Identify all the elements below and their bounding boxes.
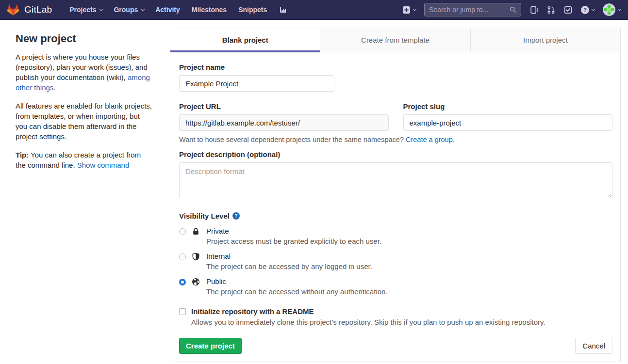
new-project-sidebar: New project A project is where you house… xyxy=(0,20,170,178)
initialize-readme-label: Initialize repository with a README xyxy=(191,307,545,316)
globe-icon xyxy=(192,278,200,286)
create-project-button[interactable]: Create project xyxy=(179,338,242,354)
user-menu-button[interactable] xyxy=(603,3,620,16)
tab-import-project[interactable]: Import project xyxy=(470,28,620,52)
lock-icon xyxy=(192,227,200,236)
project-url-label: Project URL xyxy=(179,102,389,111)
nav-projects[interactable]: Projects xyxy=(65,3,107,16)
search-icon xyxy=(510,6,516,13)
intro-paragraph: A project is where you house your files … xyxy=(16,52,152,93)
search-input[interactable] xyxy=(429,6,507,14)
public-description: The project can be accessed without any … xyxy=(206,287,388,296)
project-name-input[interactable] xyxy=(179,75,334,92)
chevron-down-icon xyxy=(591,7,595,11)
cancel-button[interactable]: Cancel xyxy=(575,338,612,354)
new-project-panel: Blank project Create from template Impor… xyxy=(170,28,621,362)
visibility-option-private: Private Project access must be granted e… xyxy=(179,227,612,245)
nav-milestones[interactable]: Milestones xyxy=(187,3,231,16)
tip-label: Tip: xyxy=(16,151,29,159)
chevron-down-icon xyxy=(99,7,103,11)
help-icon: ? xyxy=(581,6,589,14)
visibility-option-public: Public The project can be accessed witho… xyxy=(179,277,612,296)
tab-create-from-template[interactable]: Create from template xyxy=(320,28,470,52)
plus-icon xyxy=(402,6,411,14)
visibility-option-internal: Internal The project can be accessed by … xyxy=(179,252,612,270)
internal-radio[interactable] xyxy=(179,253,186,260)
tab-blank-project[interactable]: Blank project xyxy=(170,28,320,52)
todos-icon[interactable] xyxy=(564,6,572,14)
chevron-down-icon xyxy=(413,7,416,11)
project-type-tabs: Blank project Create from template Impor… xyxy=(170,28,620,52)
page-title: New project xyxy=(16,32,152,45)
project-slug-label: Project slug xyxy=(403,102,613,111)
issues-icon[interactable] xyxy=(530,6,538,14)
merge-requests-icon[interactable] xyxy=(547,6,555,14)
private-radio[interactable] xyxy=(179,228,186,235)
project-url-namespace-select[interactable]: https://gitlab.example.com/testuser/ xyxy=(179,114,389,131)
blank-project-form: Project name Project URL https://gitlab.… xyxy=(170,52,620,362)
brand-wordmark: GitLab xyxy=(24,4,52,15)
instance-statistics-chart-icon[interactable] xyxy=(274,3,292,16)
features-paragraph: All features are enabled for blank proje… xyxy=(16,101,152,142)
internal-label: Internal xyxy=(206,252,372,260)
tip-paragraph: Tip: You can also create a project from … xyxy=(16,150,152,170)
project-slug-input[interactable] xyxy=(403,114,613,131)
initialize-readme-row: Initialize repository with a README Allo… xyxy=(179,307,612,326)
show-command-link[interactable]: Show command xyxy=(77,161,130,169)
gitlab-tanuki-logo-icon xyxy=(7,4,19,16)
shield-icon xyxy=(192,253,200,261)
namespace-hint: Want to house several dependent projects… xyxy=(179,136,612,143)
nav-groups[interactable]: Groups xyxy=(109,3,149,16)
initialize-readme-checkbox[interactable] xyxy=(179,308,186,315)
public-radio[interactable] xyxy=(179,279,186,285)
nav-activity[interactable]: Activity xyxy=(150,3,185,16)
gitlab-home-link[interactable]: GitLab xyxy=(7,4,52,16)
visibility-level-label: Visibility Level ? xyxy=(179,212,612,220)
public-label: Public xyxy=(206,277,388,285)
project-name-label: Project name xyxy=(179,63,612,71)
global-search[interactable] xyxy=(424,3,521,16)
visibility-help-icon[interactable]: ? xyxy=(232,212,240,220)
help-menu-button[interactable]: ? xyxy=(581,6,594,14)
new-menu-button[interactable] xyxy=(402,6,415,14)
avatar xyxy=(603,3,615,16)
project-description-textarea[interactable] xyxy=(179,162,612,198)
chevron-down-icon xyxy=(141,7,145,11)
project-description-label: Project description (optional) xyxy=(179,150,612,158)
chevron-down-icon xyxy=(617,7,621,11)
initialize-readme-description: Allows you to immediately clone this pro… xyxy=(191,318,545,326)
nav-snippets[interactable]: Snippets xyxy=(233,3,272,16)
top-navbar: GitLab Projects Groups Activity Mileston… xyxy=(0,0,628,20)
private-label: Private xyxy=(206,227,381,235)
create-a-group-link[interactable]: Create a group. xyxy=(406,136,455,143)
internal-description: The project can be accessed by any logge… xyxy=(206,262,372,270)
private-description: Project access must be granted explicitl… xyxy=(206,237,381,245)
